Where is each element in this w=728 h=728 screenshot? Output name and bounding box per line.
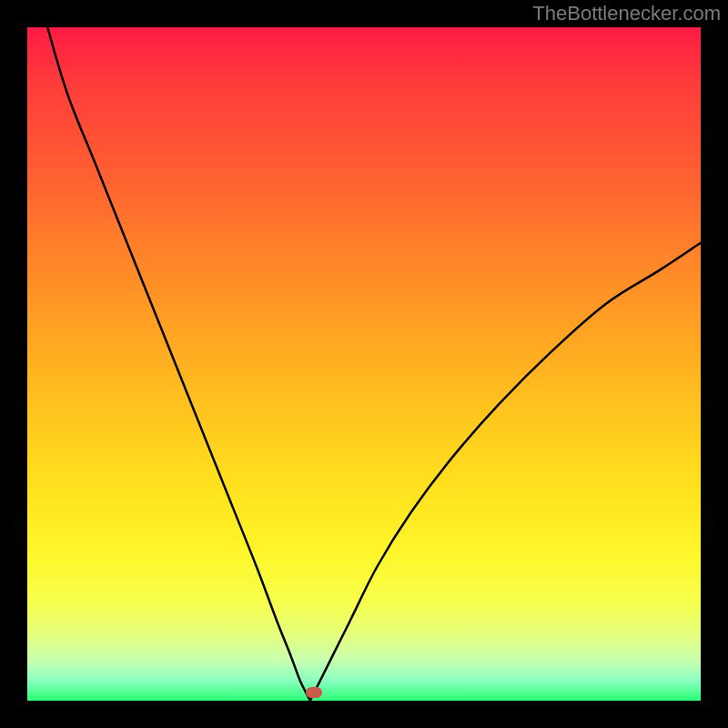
curve-layer xyxy=(27,27,701,701)
curve-right-branch xyxy=(310,243,701,701)
curve-left-branch xyxy=(47,27,310,701)
watermark-text: TheBottlenecker.com xyxy=(532,2,721,25)
chart-frame xyxy=(27,27,701,701)
plot-area xyxy=(27,27,701,701)
optimum-marker xyxy=(306,687,322,698)
